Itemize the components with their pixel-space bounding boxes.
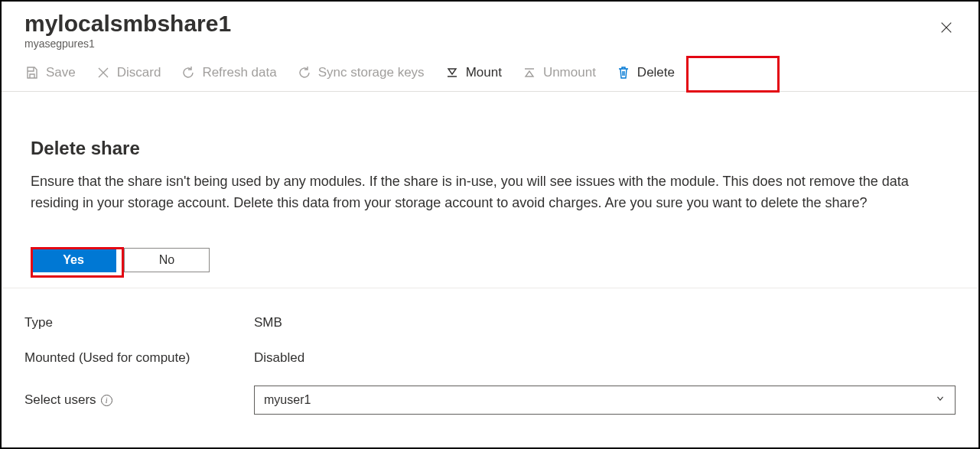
- delete-label: Delete: [637, 65, 675, 80]
- unmount-button: Unmount: [522, 65, 596, 80]
- page-subtitle: myasegpures1: [24, 37, 956, 50]
- save-label: Save: [46, 65, 76, 80]
- users-select-value: myuser1: [264, 393, 311, 407]
- close-button[interactable]: [937, 20, 956, 38]
- refresh-label: Refresh data: [202, 65, 276, 80]
- delete-icon: [616, 65, 631, 80]
- sync-label: Sync storage keys: [318, 65, 425, 80]
- discard-button: Discard: [96, 65, 161, 80]
- dialog-title: Delete share: [31, 138, 949, 159]
- discard-icon: [96, 65, 111, 80]
- field-mounted: Mounted (Used for compute) Disabled: [24, 350, 956, 366]
- dialog-text: Ensure that the share isn't being used b…: [31, 171, 933, 214]
- save-icon: [24, 65, 40, 80]
- share-details: Type SMB Mounted (Used for compute) Disa…: [2, 307, 978, 430]
- no-button[interactable]: No: [124, 248, 210, 272]
- dialog-actions: Yes No: [31, 248, 949, 272]
- users-label: Select users i: [24, 392, 254, 408]
- page-header: mylocalsmbshare1 myasegpures1: [2, 2, 978, 51]
- unmount-label: Unmount: [543, 65, 596, 80]
- info-icon[interactable]: i: [101, 395, 112, 406]
- users-select[interactable]: myuser1: [254, 386, 956, 415]
- delete-button[interactable]: Delete: [616, 65, 675, 80]
- refresh-button: Refresh data: [181, 65, 276, 80]
- mounted-value: Disabled: [254, 350, 304, 366]
- yes-button[interactable]: Yes: [31, 248, 116, 272]
- mount-label: Mount: [466, 65, 502, 80]
- delete-share-dialog: Delete share Ensure that the share isn't…: [3, 119, 977, 288]
- mount-button[interactable]: Mount: [444, 65, 502, 80]
- field-users: Select users i myuser1: [24, 386, 956, 415]
- field-type: Type SMB: [24, 315, 956, 330]
- page-title: mylocalsmbshare1: [24, 11, 956, 36]
- annotation-box-delete: [686, 56, 780, 93]
- close-icon: [939, 21, 953, 37]
- sync-icon: [297, 65, 312, 80]
- save-button: Save: [24, 65, 76, 80]
- chevron-down-icon: [935, 393, 946, 407]
- type-value: SMB: [254, 315, 282, 330]
- mounted-label: Mounted (Used for compute): [24, 350, 254, 366]
- toolbar: Save Discard Refresh data Sync storage k…: [2, 51, 978, 92]
- unmount-icon: [522, 65, 537, 80]
- refresh-icon: [181, 65, 196, 80]
- sync-button: Sync storage keys: [297, 65, 425, 80]
- type-label: Type: [24, 315, 254, 330]
- mount-icon: [444, 65, 460, 80]
- discard-label: Discard: [117, 65, 161, 80]
